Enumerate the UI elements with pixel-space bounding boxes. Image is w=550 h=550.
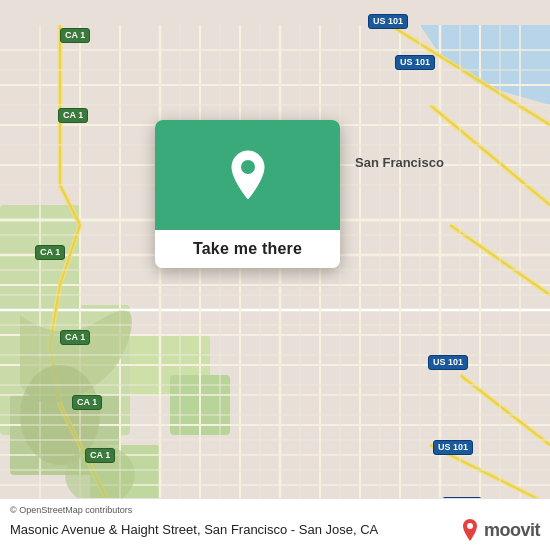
map-svg	[0, 0, 550, 550]
moovit-brand-text: moovit	[484, 520, 540, 541]
card-button-section: Take me there	[155, 230, 340, 268]
location-text: Masonic Avenue & Haight Street, San Fran…	[10, 522, 452, 539]
badge-us101-top1: US 101	[368, 14, 408, 29]
moovit-pin-icon	[460, 518, 480, 542]
badge-us101-top2: US 101	[395, 55, 435, 70]
copyright-text: © OpenStreetMap contributors	[10, 505, 540, 515]
bottom-bar: © OpenStreetMap contributors Masonic Ave…	[0, 498, 550, 550]
map-container: San Francisco CA 1 US 101 US 101 CA 1 CA…	[0, 0, 550, 550]
moovit-logo: moovit	[460, 518, 540, 542]
badge-ca1-bottom2: CA 1	[72, 395, 102, 410]
badge-us101-right1: US 101	[428, 355, 468, 370]
take-me-there-button[interactable]: Take me there	[193, 240, 302, 258]
svg-point-70	[467, 523, 473, 529]
badge-us101-right2: US 101	[433, 440, 473, 455]
sf-city-label: San Francisco	[355, 155, 444, 170]
badge-ca1-mid: CA 1	[58, 108, 88, 123]
svg-point-69	[241, 160, 255, 174]
location-pin-icon	[226, 149, 270, 201]
badge-ca1-top: CA 1	[60, 28, 90, 43]
location-row: Masonic Avenue & Haight Street, San Fran…	[10, 518, 540, 542]
location-card: Take me there	[155, 120, 340, 268]
badge-ca1-bottom1: CA 1	[60, 330, 90, 345]
badge-ca1-bottom3: CA 1	[85, 448, 115, 463]
badge-ca1-lower: CA 1	[35, 245, 65, 260]
card-map-header	[155, 120, 340, 230]
